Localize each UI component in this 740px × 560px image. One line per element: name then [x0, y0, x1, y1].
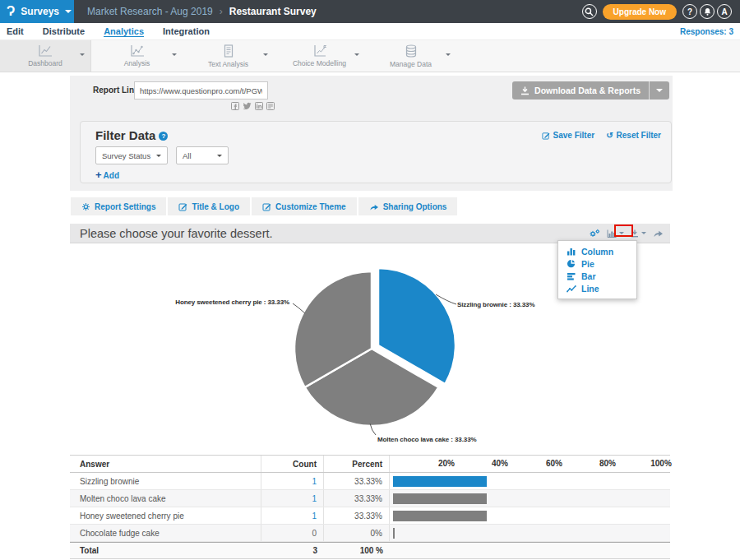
choice-modelling-chart-icon [312, 44, 328, 58]
menu-item-bar[interactable]: Bar [558, 270, 636, 282]
nav-item-edit[interactable]: Edit [7, 26, 24, 36]
pie-chart-icon [567, 259, 576, 268]
chevron-down-icon [65, 10, 72, 13]
upgrade-now-button[interactable]: Upgrade Now [603, 4, 677, 20]
add-filter-link[interactable]: +Add [95, 169, 119, 181]
questionpro-logo-icon: Ɂ [7, 5, 15, 18]
filter-field-select[interactable]: Survey Status [95, 146, 168, 164]
filter-help-icon[interactable]: ? [159, 132, 168, 141]
menu-item-label: Bar [581, 271, 596, 281]
chevron-down-icon[interactable] [263, 53, 268, 56]
toolbar-item-dashboard[interactable]: Dashboard [0, 40, 91, 72]
toolbar-label: Analysis [124, 59, 150, 67]
download-icon [520, 86, 530, 95]
edit-icon [178, 202, 187, 211]
twitter-icon[interactable] [243, 102, 252, 110]
reset-filter-link[interactable]: ↺ Reset Filter [606, 131, 661, 140]
main-nav: Edit Distribute Analytics Integration Re… [0, 23, 740, 39]
chevron-down-icon[interactable] [354, 53, 359, 56]
toolbar-item-manage-data[interactable]: Manage Data [365, 40, 456, 72]
surveys-product-switcher[interactable]: Ɂ Surveys [0, 0, 74, 23]
line-chart-icon [567, 285, 576, 293]
header-actions: Upgrade Now ? A [582, 4, 740, 20]
search-icon [585, 7, 594, 16]
reset-filter-label: Reset Filter [617, 131, 661, 140]
gears-icon [589, 229, 600, 238]
count-cell[interactable]: 0 [312, 529, 317, 538]
tab-sharing-options[interactable]: Sharing Options [358, 197, 458, 215]
scale-tick: 20% [434, 459, 459, 468]
scale-tick: 40% [488, 459, 512, 468]
download-chart-button[interactable] [631, 229, 646, 238]
panel-header-icons [589, 229, 670, 238]
share-icons [231, 102, 275, 110]
dashboard-chart-icon [37, 44, 53, 58]
questionpro-analytics-page: Ɂ Surveys Market Research - Aug 2019 › R… [0, 0, 740, 560]
chart-type-menu: Column Pie Bar Line [557, 240, 637, 299]
menu-item-line[interactable]: Line [558, 282, 636, 294]
count-cell[interactable]: 1 [312, 494, 317, 503]
toolbar-item-analysis[interactable]: Analysis [91, 40, 183, 72]
answer-cell: Molten choco lava cake [70, 490, 261, 507]
tab-report-settings[interactable]: Report Settings [71, 197, 166, 215]
text-analysis-document-icon [221, 44, 236, 58]
toolbar-item-choice-modelling[interactable]: Choice Modelling [274, 40, 365, 72]
chevron-down-icon[interactable] [172, 53, 177, 56]
report-link-input[interactable] [134, 81, 268, 100]
search-button[interactable] [582, 4, 597, 19]
percent-cell: 33.33% [324, 507, 390, 524]
toolbar-item-text-analysis[interactable]: Text Analysis [183, 40, 274, 72]
chevron-down-icon [217, 155, 222, 157]
breadcrumb-parent-link[interactable]: Market Research - Aug 2019 [87, 6, 213, 17]
download-data-reports-button[interactable]: Download Data & Reports [512, 81, 669, 100]
scale-header: 20% 40% 60% 80% 100% [390, 456, 670, 472]
menu-item-pie[interactable]: Pie [558, 257, 636, 270]
toolbar-label: Manage Data [390, 60, 432, 68]
filter-value-select[interactable]: All [176, 146, 229, 164]
filter-data-title: Filter Data? [95, 128, 168, 142]
chevron-down-icon[interactable] [446, 53, 451, 56]
product-name: Surveys [21, 6, 59, 17]
save-filter-link[interactable]: Save Filter [542, 131, 595, 140]
report-settings-band: Report Link Download Data & Reports Filt… [70, 76, 673, 191]
menu-item-column[interactable]: Column [558, 245, 636, 257]
notifications-button[interactable] [700, 4, 715, 19]
question-settings-button[interactable] [589, 229, 600, 238]
account-avatar[interactable]: A [717, 4, 732, 19]
tab-label: Customize Theme [275, 202, 346, 211]
pie-label-sizzling-brownie: Sizzling brownie : 33.33% [457, 301, 534, 308]
chart-type-button[interactable] [607, 229, 624, 238]
linkedin-icon[interactable] [255, 102, 263, 110]
scale-tick: 80% [595, 459, 620, 468]
chevron-down-icon[interactable] [80, 53, 85, 56]
responses-count[interactable]: Responses: 3 [680, 27, 733, 36]
download-options-caret[interactable] [650, 81, 669, 100]
tab-title-logo[interactable]: Title & Logo [168, 197, 250, 215]
share-question-button[interactable] [653, 229, 664, 238]
add-filter-label: Add [104, 171, 119, 180]
count-cell[interactable]: 1 [312, 511, 317, 521]
total-label: Total [70, 543, 261, 558]
count-cell[interactable]: 1 [312, 477, 317, 486]
total-count: 3 [261, 543, 324, 558]
nav-item-distribute[interactable]: Distribute [43, 26, 85, 36]
column-chart-icon [567, 248, 576, 256]
tab-customize-theme[interactable]: Customize Theme [252, 197, 357, 215]
label-connector [293, 303, 305, 313]
nav-item-integration[interactable]: Integration [163, 26, 210, 36]
download-button-label: Download Data & Reports [534, 86, 641, 95]
table-total-row: Total 3 100 % [70, 542, 670, 559]
chevron-down-icon [619, 232, 624, 234]
reset-icon: ↺ [606, 131, 613, 140]
facebook-icon[interactable] [231, 102, 239, 110]
pie-chart [271, 247, 502, 448]
table-row: Molten choco lava cake 1 33.33% [70, 490, 670, 507]
help-button[interactable]: ? [682, 4, 697, 19]
percent-cell: 0% [324, 525, 390, 541]
nav-item-analytics[interactable]: Analytics [104, 26, 144, 37]
table-row: Honey sweetened cherry pie 1 33.33% [70, 507, 670, 525]
tab-label: Report Settings [95, 202, 155, 211]
download-icon [631, 229, 639, 238]
embed-icon[interactable] [266, 102, 275, 110]
column-chart-icon [607, 229, 617, 238]
